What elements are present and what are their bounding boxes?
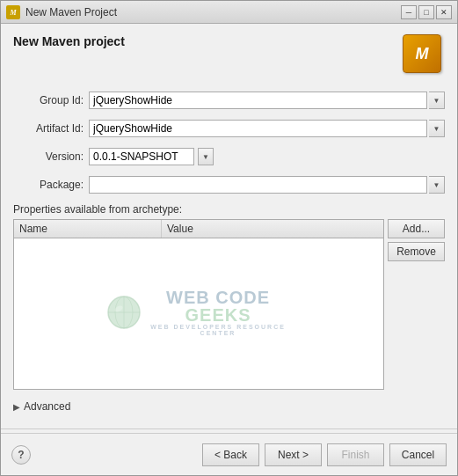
footer-separator [1,428,457,429]
version-label: Version: [13,150,84,163]
remove-property-button[interactable]: Remove [388,242,445,261]
version-row: Version: ▼ [13,147,445,166]
content-area: New Maven project M Group Id: ▼ Artifact… [1,24,457,425]
maven-icon-inner: M [403,34,441,73]
window-icon: M [6,5,20,19]
window-title: New Maven Project [25,6,396,18]
artifact-id-label: Artifact Id: [13,122,84,135]
advanced-label[interactable]: Advanced [24,400,70,413]
back-button[interactable]: < Back [202,443,259,466]
titlebar: M New Maven Project ─ □ ✕ [1,1,457,24]
artifact-id-dropdown-btn[interactable]: ▼ [429,120,445,137]
properties-label: Properties available from archetype: [13,203,445,216]
properties-content: Name Value [13,219,445,390]
advanced-section[interactable]: ▶ Advanced [13,399,445,414]
group-id-label: Group Id: [13,94,84,106]
group-id-row: Group Id: ▼ [13,91,445,110]
svg-text:M: M [9,9,17,17]
table-col-value-header: Value [162,220,383,238]
properties-buttons: Add... Remove [388,219,445,390]
version-dropdown-btn[interactable]: ▼ [198,148,214,165]
package-row: Package: ▼ [13,175,445,194]
cancel-button[interactable]: Cancel [389,443,447,466]
watermark-globe-svg [106,295,142,330]
watermark-main-text: WEB CODE GEEKS [145,289,291,324]
watermark-globe-wrap [106,295,142,330]
group-id-input-wrap: ▼ [89,92,445,109]
package-label: Package: [13,179,84,191]
page-title: New Maven project [13,34,125,48]
package-input-wrap: ▼ [89,176,445,194]
artifact-id-input[interactable] [89,120,427,137]
maximize-button[interactable]: □ [418,5,434,19]
watermark-sub-text: WEB DEVELOPERS RESOURCE CENTER [145,324,291,336]
svg-point-7 [113,304,124,313]
artifact-id-input-wrap: ▼ [89,120,445,137]
version-input[interactable] [89,148,194,165]
watermark-logo: WEB CODE GEEKS WEB DEVELOPERS RESOURCE C… [106,289,291,336]
group-id-dropdown-btn[interactable]: ▼ [429,92,445,109]
finish-button[interactable]: Finish [327,443,384,466]
page-header: New Maven project M [13,34,445,77]
package-input[interactable] [89,176,427,194]
svg-point-6 [108,297,140,328]
window-controls: ─ □ ✕ [401,5,452,19]
minimize-button[interactable]: ─ [401,5,417,19]
close-button[interactable]: ✕ [436,5,452,19]
maven-logo: M [403,34,445,77]
artifact-id-row: Artifact Id: ▼ [13,119,445,138]
help-button[interactable]: ? [11,445,31,465]
window: M New Maven Project ─ □ ✕ New Maven proj… [0,0,458,476]
watermark: WEB CODE GEEKS WEB DEVELOPERS RESOURCE C… [106,289,291,336]
next-button[interactable]: Next > [265,443,322,466]
watermark-text-block: WEB CODE GEEKS WEB DEVELOPERS RESOURCE C… [145,289,291,336]
version-wrap: ▼ [89,148,214,165]
footer-left: ? [11,445,31,465]
add-property-button[interactable]: Add... [388,219,445,238]
table-col-name-header: Name [14,220,162,238]
svg-point-2 [108,297,140,328]
footer: ? < Back Next > Finish Cancel [1,433,457,475]
package-dropdown-btn[interactable]: ▼ [429,176,445,194]
advanced-arrow-icon: ▶ [13,402,20,412]
properties-table: Name Value [13,219,384,390]
group-id-input[interactable] [89,92,427,109]
footer-buttons: < Back Next > Finish Cancel [31,443,447,466]
table-body[interactable]: WEB CODE GEEKS WEB DEVELOPERS RESOURCE C… [14,238,383,386]
svg-point-3 [115,297,133,328]
table-header: Name Value [14,220,383,238]
properties-section: Properties available from archetype: Nam… [13,203,445,390]
